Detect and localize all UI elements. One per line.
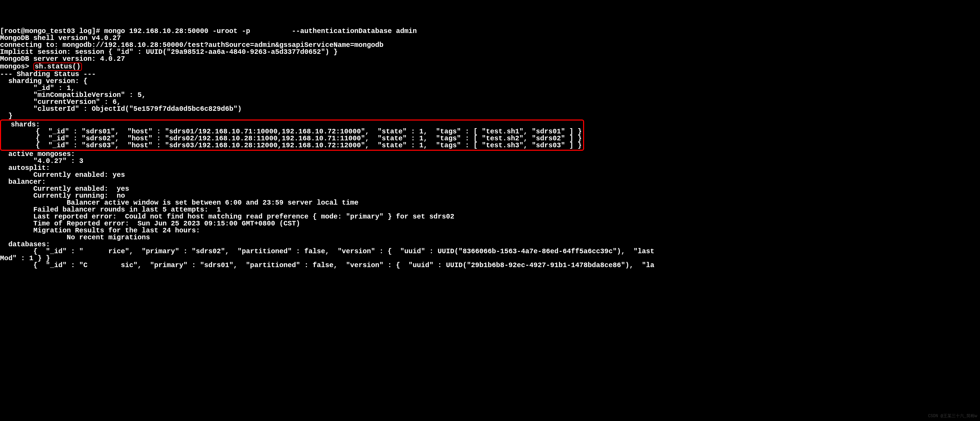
active-mongoses-label: active mongoses: bbox=[0, 151, 980, 158]
shard-entry-2: { "_id" : "sdrs02", "host" : "sdrs02/192… bbox=[2, 135, 582, 142]
shards-label: shards: bbox=[2, 121, 582, 128]
migration-value: No recent migrations bbox=[0, 234, 980, 241]
sv-clusterid: "clusterId" : ObjectId("5e1579f7dda0d5bc… bbox=[0, 105, 980, 113]
mongo-command-tail: --authenticationDatabase admin bbox=[288, 27, 417, 35]
mongos-prompt-line: mongos> sh.status() bbox=[0, 62, 980, 71]
sv-id: "_id" : 1, bbox=[0, 85, 980, 92]
sv-current: "currentVersion" : 6, bbox=[0, 99, 980, 105]
shards-highlight-box: shards: { "_id" : "sdrs01", "host" : "sd… bbox=[0, 120, 584, 151]
database-entry-1-cont: Mod" : 1 } } bbox=[0, 255, 980, 262]
databases-label: databases: bbox=[0, 241, 980, 248]
migration-header: Migration Results for the last 24 hours: bbox=[0, 227, 980, 234]
connecting-line: connecting to: mongodb://192.168.10.28:5… bbox=[0, 42, 980, 49]
balancer-failed: Failed balancer rounds in last 5 attempt… bbox=[0, 206, 980, 213]
shard-entry-3: { "_id" : "sdrs03", "host" : "sdrs03/192… bbox=[2, 142, 582, 149]
shard-entry-1: { "_id" : "sdrs01", "host" : "sdrs01/192… bbox=[2, 128, 582, 135]
shell-version: MongoDB shell version v4.0.27 bbox=[0, 35, 980, 42]
database-entry-2: { "_id" : "C sic", "primary" : "sdrs01",… bbox=[0, 262, 980, 269]
terminal-output: [root@mongo_test03 log]# mongo 192.168.1… bbox=[0, 28, 980, 269]
db1-redacted bbox=[83, 247, 108, 255]
db2-redacted bbox=[88, 261, 121, 269]
autosplit-value: Currently enabled: yes bbox=[0, 172, 980, 179]
server-version: MongoDB server version: 4.0.27 bbox=[0, 56, 980, 62]
sv-mincompat: "minCompatibleVersion" : 5, bbox=[0, 92, 980, 99]
redacted-password: ********* bbox=[250, 27, 288, 35]
balancer-label: balancer: bbox=[0, 179, 980, 185]
mongos-prompt: mongos> bbox=[0, 62, 33, 70]
sharding-version-close: } bbox=[0, 113, 980, 120]
db2-pre: { "_id" : "C bbox=[0, 261, 88, 269]
database-entry-1: { "_id" : " rice", "primary" : "sdrs02",… bbox=[0, 248, 980, 255]
balancer-enabled: Currently enabled: yes bbox=[0, 185, 980, 193]
balancer-error-time: Time of Reported error: Sun Jun 25 2023 … bbox=[0, 220, 980, 227]
db2-post: sic", "primary" : "sdrs01", "partitioned… bbox=[121, 261, 654, 269]
mongo-command: mongo 192.168.10.28:50000 -uroot -p bbox=[104, 27, 250, 35]
shell-command-line: [root@mongo_test03 log]# mongo 192.168.1… bbox=[0, 28, 980, 35]
balancer-window: Balancer active window is set between 6:… bbox=[0, 199, 980, 206]
sharding-version-open: sharding version: { bbox=[0, 78, 980, 85]
db1-post: rice", "primary" : "sdrs02", "partitione… bbox=[108, 247, 654, 255]
autosplit-label: autosplit: bbox=[0, 165, 980, 172]
implicit-session: Implicit session: session { "id" : UUID(… bbox=[0, 49, 980, 56]
balancer-running: Currently running: no bbox=[0, 193, 980, 199]
balancer-error: Last reported error: Could not find host… bbox=[0, 213, 980, 220]
sharding-status-title: --- Sharding Status --- bbox=[0, 71, 980, 78]
active-mongoses-value: "4.0.27" : 3 bbox=[0, 158, 980, 165]
sh-status-command: sh.status() bbox=[33, 62, 82, 71]
